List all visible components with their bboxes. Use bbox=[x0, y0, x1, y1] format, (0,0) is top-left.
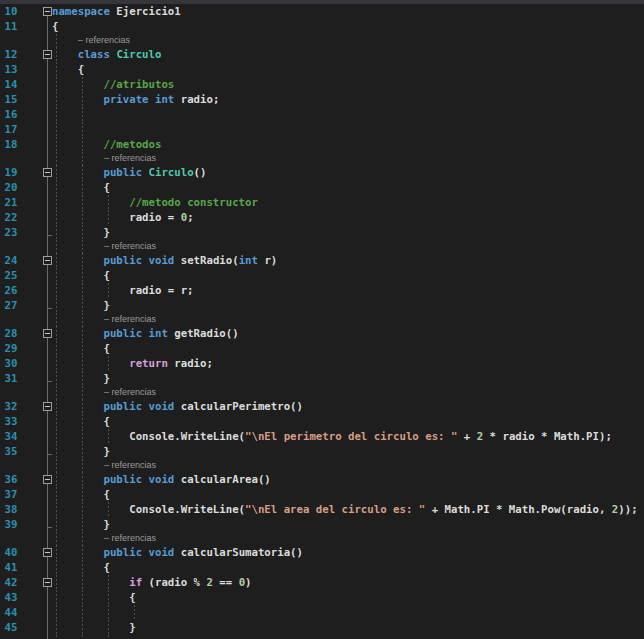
line-number: 43 bbox=[0, 590, 39, 605]
codelens-references-link[interactable]: – referencias bbox=[104, 386, 156, 399]
code-line-text[interactable]: { bbox=[52, 268, 110, 283]
code-line-text[interactable]: private int radio; bbox=[52, 92, 219, 107]
code-line-text[interactable]: } bbox=[52, 620, 136, 635]
codelens-row: – referencias bbox=[0, 152, 644, 165]
token-plain: * radio * Math.PI); bbox=[483, 430, 612, 443]
codelens-references-link[interactable]: – referencias bbox=[104, 532, 156, 545]
fold-toggle-cell[interactable] bbox=[38, 575, 52, 590]
code-line-text[interactable]: radio = 0; bbox=[52, 210, 194, 225]
codelens-references-link[interactable]: – referencias bbox=[104, 240, 156, 253]
code-line-text[interactable]: } bbox=[52, 517, 110, 532]
code-line-row: 10namespace Ejercicio1 bbox=[0, 4, 644, 19]
indent-guide bbox=[82, 386, 83, 399]
fold-toggle-cell[interactable] bbox=[38, 253, 52, 268]
line-number: 27 bbox=[0, 298, 39, 313]
code-line-text[interactable]: public void calcularPerimetro() bbox=[52, 399, 303, 414]
code-line-text[interactable]: namespace Ejercicio1 bbox=[52, 4, 181, 19]
line-number: 10 bbox=[0, 4, 39, 19]
token-kw: int bbox=[149, 327, 168, 340]
code-line-text[interactable]: public int getRadio() bbox=[52, 326, 239, 341]
code-line-text[interactable]: public void calcularSumatoria() bbox=[52, 545, 303, 560]
code-line-text[interactable]: } bbox=[52, 298, 110, 313]
indent-guide bbox=[82, 459, 83, 472]
token-plain bbox=[52, 327, 103, 340]
fold-toggle-cell[interactable] bbox=[38, 4, 52, 19]
outline-margin-cell bbox=[38, 356, 52, 371]
token-plain: setRadio( bbox=[174, 254, 238, 267]
code-line-row: 36 public void calcularArea() bbox=[0, 472, 644, 487]
token-kw: void bbox=[149, 254, 175, 267]
code-line-row: 44 bbox=[0, 605, 644, 620]
line-number: 13 bbox=[0, 62, 39, 77]
code-line-row: 13 { bbox=[0, 62, 644, 77]
code-line-text[interactable]: //atributos bbox=[52, 77, 174, 92]
code-line-row: 11{ bbox=[0, 19, 644, 34]
token-plain: getRadio() bbox=[168, 327, 239, 340]
fold-toggle-cell[interactable] bbox=[38, 399, 52, 414]
code-line-text[interactable]: { bbox=[52, 180, 110, 195]
collapse-region-icon[interactable] bbox=[43, 402, 52, 411]
code-line-text[interactable]: { bbox=[52, 19, 58, 34]
code-line-row: 16 bbox=[0, 107, 644, 122]
collapse-region-icon[interactable] bbox=[43, 7, 52, 16]
code-line-text[interactable]: Console.WriteLine("\nEl perimetro del ci… bbox=[52, 429, 612, 444]
codelens-references-link[interactable]: – referencias bbox=[104, 313, 156, 326]
collapse-region-icon[interactable] bbox=[43, 256, 52, 265]
code-line-text[interactable]: class Circulo bbox=[52, 47, 161, 62]
code-line-text[interactable]: Console.WriteLine("\nEl area del circulo… bbox=[52, 502, 638, 517]
fold-toggle-cell[interactable] bbox=[38, 47, 52, 62]
outline-margin-cell bbox=[38, 414, 52, 429]
code-line-text[interactable]: { bbox=[52, 487, 110, 502]
code-line-text[interactable]: { bbox=[52, 341, 110, 356]
code-line-text[interactable]: { bbox=[52, 62, 84, 77]
indent-guide bbox=[56, 386, 57, 399]
collapse-region-icon[interactable] bbox=[43, 548, 52, 557]
codelens-references-link[interactable]: – referencias bbox=[104, 152, 156, 165]
code-line-text[interactable]: } bbox=[52, 371, 110, 386]
code-line-row: 20 { bbox=[0, 180, 644, 195]
line-number: 34 bbox=[0, 429, 39, 444]
code-line-text[interactable]: //metodo constructor bbox=[52, 195, 258, 210]
code-line-text[interactable]: } bbox=[52, 444, 110, 459]
code-line-row: 28 public int getRadio() bbox=[0, 326, 644, 341]
line-number: 36 bbox=[0, 472, 39, 487]
token-ctl: return bbox=[129, 357, 168, 370]
token-kw: int bbox=[239, 254, 258, 267]
token-plain: { bbox=[52, 342, 110, 355]
codelens-references-link[interactable]: – referencias bbox=[78, 34, 130, 47]
codelens-references-link[interactable]: – referencias bbox=[104, 459, 156, 472]
fold-toggle-cell[interactable] bbox=[38, 165, 52, 180]
code-line-text[interactable]: //metodos bbox=[52, 137, 161, 152]
token-plain: + Math.PI * Math.Pow(radio, bbox=[425, 503, 612, 516]
outline-margin-cell bbox=[38, 180, 52, 195]
outline-margin-cell bbox=[38, 283, 52, 298]
code-line-text[interactable]: if (radio % 2 == 0) bbox=[52, 575, 252, 590]
token-plain: == bbox=[213, 576, 239, 589]
code-line-row: 38 Console.WriteLine("\nEl area del circ… bbox=[0, 502, 644, 517]
code-line-text[interactable]: public void calcularArea() bbox=[52, 472, 271, 487]
code-line-row: 33 { bbox=[0, 414, 644, 429]
code-line-text[interactable]: public Circulo() bbox=[52, 165, 206, 180]
fold-toggle-cell[interactable] bbox=[38, 472, 52, 487]
token-plain: calcularPerimetro() bbox=[174, 400, 303, 413]
code-line-text[interactable]: radio = r; bbox=[52, 283, 194, 298]
collapse-region-icon[interactable] bbox=[43, 168, 52, 177]
line-number: 12 bbox=[0, 47, 39, 62]
collapse-region-icon[interactable] bbox=[43, 329, 52, 338]
fold-toggle-cell[interactable] bbox=[38, 326, 52, 341]
token-plain: } bbox=[52, 299, 110, 312]
collapse-region-icon[interactable] bbox=[43, 50, 52, 59]
code-line-text[interactable]: public void setRadio(int r) bbox=[52, 253, 277, 268]
code-line-text[interactable]: { bbox=[52, 560, 110, 575]
collapse-region-icon[interactable] bbox=[43, 578, 52, 587]
code-line-text[interactable]: } bbox=[52, 225, 110, 240]
indent-guide bbox=[82, 532, 83, 545]
line-number: 17 bbox=[0, 122, 39, 137]
token-plain: calcularSumatoria() bbox=[174, 546, 303, 559]
line-number: 19 bbox=[0, 165, 39, 180]
code-line-text[interactable]: return radio; bbox=[52, 356, 213, 371]
collapse-region-icon[interactable] bbox=[43, 475, 52, 484]
code-line-text[interactable]: { bbox=[52, 590, 136, 605]
fold-toggle-cell[interactable] bbox=[38, 545, 52, 560]
code-line-text[interactable]: { bbox=[52, 414, 110, 429]
